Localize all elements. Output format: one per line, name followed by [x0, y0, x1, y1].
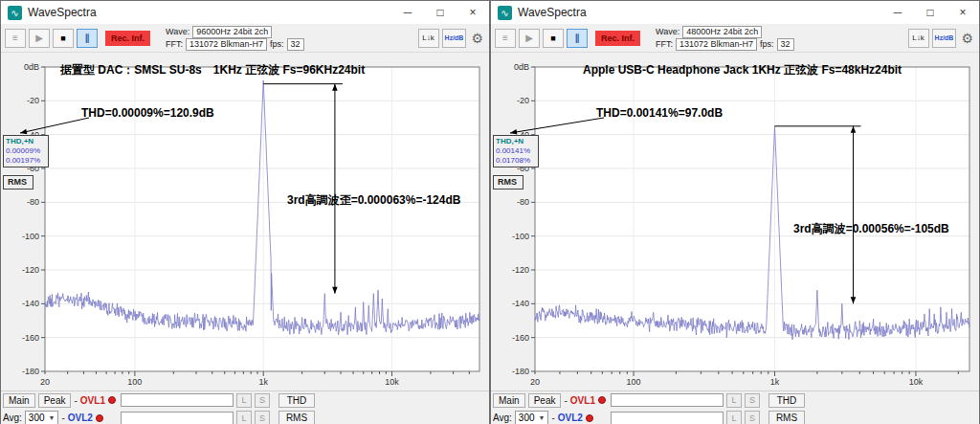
ovl2-label: OVL2: [68, 413, 93, 423]
stream-info: Wave: 48000Hz 24bit 2ch FFT: 131072 Blkm…: [656, 26, 794, 51]
ovl2-indicator: [96, 414, 103, 422]
statusbar-row: Avg: 300 ▼ - OVL2 L S RMS: [491, 410, 979, 424]
thd-meter-box: THD,+N 0.00141% 0.01708%: [493, 135, 539, 167]
channel-l-button[interactable]: L: [236, 393, 252, 408]
stop-button[interactable]: ■: [543, 29, 564, 48]
x-tick-label: 1k: [770, 377, 780, 387]
device-list-icon[interactable]: ≡: [495, 29, 516, 48]
ovl1-label: OVL1: [570, 395, 595, 406]
fft-settings-value[interactable]: 131072 Blkman-H7: [676, 38, 757, 51]
ovl1-indicator: [598, 396, 606, 404]
wave-format-value: 48000Hz 24bit 2ch: [682, 26, 762, 38]
rms-mode-cell[interactable]: RMS: [278, 411, 315, 424]
rec-inf-indicator: Rec. Inf.: [105, 31, 150, 46]
x-tick-label: 1k: [258, 377, 268, 387]
device-list-icon[interactable]: ≡: [5, 29, 26, 48]
y-tick-label: 0dB: [514, 62, 529, 72]
y-tick-label: -140: [22, 299, 39, 308]
unit-toggle-icon[interactable]: Hz/dB: [442, 29, 467, 48]
pause-button[interactable]: ∥: [77, 29, 98, 48]
rec-inf-indicator: Rec. Inf.: [595, 31, 640, 46]
y-tick-label: -100: [22, 232, 39, 241]
chevron-down-icon: ▼: [539, 414, 546, 421]
fft-label: FFT:: [656, 38, 673, 50]
maximize-button[interactable]: □: [424, 1, 457, 24]
level-display-2: [121, 412, 234, 424]
stream-info: Wave: 96000Hz 24bit 2ch FFT: 131072 Blkm…: [166, 26, 304, 51]
x-tick-label: 100: [127, 377, 142, 387]
main-button[interactable]: Main: [493, 393, 525, 408]
y-tick-label: -80: [517, 197, 529, 207]
dash-separator: -: [61, 413, 64, 423]
toolbar-right-icons: L↓k Hz/dB ⚙: [418, 29, 485, 48]
thd-annotation: THD=0.00009%=120.9dB: [81, 106, 214, 120]
channel-l-button[interactable]: L: [236, 411, 252, 424]
y-tick-label: -180: [512, 367, 529, 376]
statusbar-row: Avg: 300 ▼ - OVL2 L S RMS: [1, 410, 489, 424]
fps-label: fps:: [270, 38, 284, 50]
settings-wrench-icon[interactable]: ⚙: [961, 31, 973, 46]
fps-value: 32: [287, 38, 304, 51]
ovl1-label: OVL1: [80, 395, 105, 406]
dash-separator: -: [74, 395, 77, 406]
x-tick-label: 100: [627, 377, 641, 387]
channel-s-button[interactable]: S: [255, 411, 270, 424]
channel-l-button[interactable]: L: [726, 411, 742, 424]
app-icon: ∿: [8, 6, 22, 20]
x-tick-label: 20: [40, 377, 50, 387]
avg-count-select[interactable]: 300 ▼: [25, 411, 59, 424]
avg-count-select[interactable]: 300 ▼: [515, 411, 549, 424]
window-title: WaveSpectra: [518, 6, 587, 19]
pause-button[interactable]: ∥: [567, 29, 588, 48]
thd-mode-cell[interactable]: THD: [278, 393, 315, 408]
ovl2-label: OVL2: [558, 413, 583, 423]
y-tick-label: -20: [517, 96, 529, 105]
wave-label: Wave:: [166, 26, 189, 37]
fft-settings-value[interactable]: 131072 Blkman-H7: [186, 38, 267, 51]
level-display-2: [611, 412, 724, 424]
channel-s-button[interactable]: S: [255, 393, 270, 408]
statusbar-row: Main Peak - OVL1 L S THD: [1, 391, 489, 410]
axis-scale-icon[interactable]: L↓k: [418, 29, 439, 48]
y-tick-label: -160: [512, 333, 529, 343]
close-button[interactable]: ×: [947, 1, 979, 24]
ovl1-indicator: [108, 396, 116, 404]
channel-l-button[interactable]: L: [726, 393, 742, 408]
play-button[interactable]: ▶: [519, 29, 540, 48]
minimize-button[interactable]: ─: [881, 1, 914, 24]
play-button[interactable]: ▶: [29, 29, 50, 48]
y-tick-label: -120: [512, 265, 529, 275]
window-title: WaveSpectra: [28, 6, 97, 19]
level-display-1: [611, 393, 724, 407]
titlebar: ∿ WaveSpectra ─ □ ×: [1, 1, 489, 24]
maximize-button[interactable]: □: [914, 1, 947, 24]
toolbar-right-icons: L↓k Hz/dB ⚙: [908, 29, 975, 48]
channel-s-button[interactable]: S: [745, 393, 760, 408]
thd-mode-cell[interactable]: THD: [768, 393, 805, 408]
rms-mode-cell[interactable]: RMS: [768, 411, 805, 424]
avg-count-value: 300: [519, 413, 535, 423]
main-button[interactable]: Main: [3, 393, 35, 408]
y-tick-label: 0dB: [24, 62, 39, 72]
peak-button[interactable]: Peak: [38, 393, 72, 408]
measurement-title-annotation: 据置型 DAC：SMSL SU-8s 1KHz 正弦波 Fs=96KHz24bi…: [60, 62, 365, 78]
wave-label: Wave:: [656, 26, 679, 37]
minimize-button[interactable]: ─: [391, 1, 424, 24]
fps-label: fps:: [760, 38, 774, 50]
spectrum-plot: 0dB-20-40-60-80-100-120-140-160-18020100…: [1, 53, 491, 391]
channel-s-button[interactable]: S: [745, 411, 760, 424]
axis-scale-icon[interactable]: L↓k: [908, 29, 929, 48]
level-display-1: [121, 393, 234, 407]
fft-label: FFT:: [166, 38, 183, 50]
arrowhead-icon: [510, 129, 517, 135]
avg-label: Avg:: [493, 413, 512, 423]
statusbar: Main Peak - OVL1 L S THD Avg: 300 ▼ - OV…: [1, 391, 489, 424]
unit-toggle-icon[interactable]: Hz/dB: [932, 29, 957, 48]
peak-button[interactable]: Peak: [528, 393, 562, 408]
thd-value: 0.00009%: [6, 146, 46, 156]
x-tick-label: 10k: [909, 377, 924, 387]
dash-separator: -: [564, 395, 567, 406]
settings-wrench-icon[interactable]: ⚙: [471, 31, 483, 46]
close-button[interactable]: ×: [457, 1, 489, 24]
stop-button[interactable]: ■: [53, 29, 74, 48]
